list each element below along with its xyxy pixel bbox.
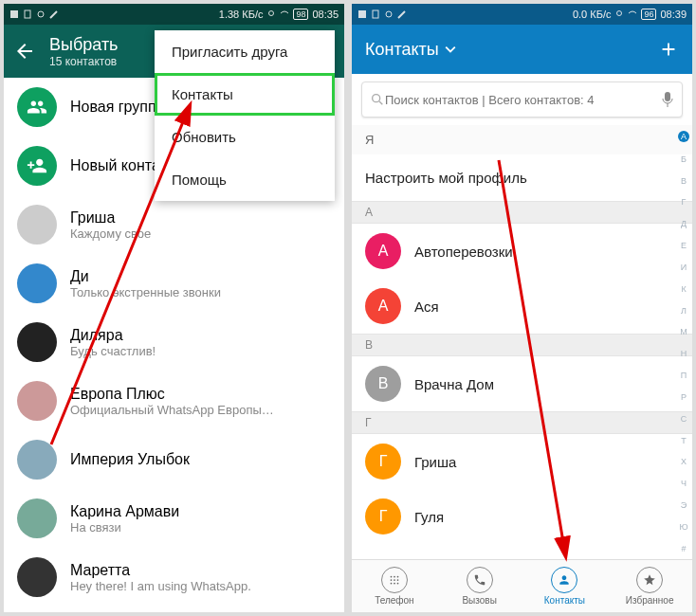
index-letter[interactable]: Е [677, 241, 690, 250]
index-letter[interactable]: Ч [677, 479, 690, 488]
whatsapp-screen: 1.38 КБ/с 98 08:35 Выбрать 15 контактов … [4, 4, 344, 612]
avatar: А [365, 233, 401, 269]
contact-row[interactable]: ДиляраБудь счастлив! [4, 313, 344, 371]
index-letter[interactable]: В [677, 176, 690, 186]
index-letter[interactable]: К [677, 284, 690, 294]
icon-status [36, 9, 46, 19]
header-subtitle: 15 контактов [49, 55, 119, 68]
nav-person[interactable]: Контакты [522, 560, 608, 612]
index-letter[interactable]: М [677, 327, 690, 336]
avatar [17, 498, 57, 538]
index-letter[interactable]: Ю [677, 522, 690, 532]
header-title: Выбрать [49, 35, 119, 55]
section-letter: А [352, 201, 692, 224]
overflow-menu: Пригласить другаКонтактыОбновитьПомощь [155, 30, 335, 201]
avatar: В [365, 366, 401, 402]
svg-point-17 [397, 579, 399, 581]
dial-icon [381, 567, 408, 593]
nav-dial[interactable]: Телефон [352, 560, 437, 612]
contact-name: Ди [70, 268, 221, 285]
avatar: Г [365, 498, 401, 534]
contact-status: Каждому свое [70, 226, 151, 241]
svg-point-9 [373, 95, 380, 102]
nav-star[interactable]: Избранное [607, 560, 692, 612]
contact-row[interactable]: ГГриша [352, 434, 692, 489]
menu-item[interactable]: Помощь [155, 158, 335, 201]
index-letter[interactable]: Р [677, 392, 690, 402]
contacts-title-dropdown[interactable]: Контакты [365, 40, 456, 60]
svg-point-3 [269, 11, 274, 16]
contact-row[interactable]: МареттаHey there! I am using WhatsApp. [4, 548, 344, 607]
nav-label: Избранное [626, 595, 674, 606]
icon-status [23, 9, 32, 19]
avatar [17, 263, 57, 303]
contact-status: Hey there! I am using WhatsApp. [70, 579, 251, 593]
index-letter[interactable]: Д [677, 219, 690, 228]
search-icon [370, 92, 385, 107]
alpha-index[interactable]: АБВГДЕИКЛМНПРСТХЧЭЮ# [677, 125, 690, 559]
mic-icon[interactable] [661, 91, 674, 108]
index-letter[interactable]: Л [677, 306, 690, 316]
svg-point-2 [38, 11, 44, 17]
svg-point-18 [391, 583, 393, 585]
icon-status [371, 9, 380, 19]
contact-row[interactable]: Карина АрмавиНа связи [4, 489, 344, 548]
svg-point-19 [394, 583, 395, 585]
contact-row[interactable]: ДиТолько экстренные звонки [4, 254, 344, 313]
section-letter: Г [352, 411, 692, 434]
contact-name: Диляра [70, 327, 156, 344]
index-letter[interactable]: А [678, 131, 689, 142]
menu-item[interactable]: Контакты [155, 73, 335, 116]
nav-label: Контакты [544, 595, 585, 606]
contact-row[interactable]: ГришаКаждому свое [4, 195, 344, 254]
clock: 08:39 [660, 9, 687, 20]
menu-item[interactable]: Обновить [155, 116, 335, 158]
search-input[interactable] [385, 93, 661, 107]
search-bar[interactable] [361, 82, 683, 118]
nav-call[interactable]: Вызовы [437, 560, 522, 612]
chevron-down-icon [445, 44, 456, 55]
menu-item[interactable]: Пригласить друга [155, 30, 335, 73]
section-self: Я [352, 125, 692, 154]
brush-icon [397, 9, 407, 19]
svg-point-12 [391, 576, 393, 578]
nav-label: Вызовы [462, 595, 496, 606]
contact-row[interactable]: ААся [352, 279, 692, 334]
svg-point-15 [391, 579, 393, 581]
contact-row[interactable]: ВВрачна Дом [352, 356, 692, 411]
contact-name: Гриша [70, 209, 151, 226]
avatar [17, 440, 57, 480]
index-letter[interactable]: Н [677, 349, 690, 358]
contact-row[interactable]: Европа ПлюсОфициальный WhatsApp Европы… [4, 371, 344, 430]
contact-row[interactable]: ААвтоперевозки [352, 224, 692, 279]
index-letter[interactable]: П [677, 371, 690, 380]
index-letter[interactable]: Т [677, 436, 690, 445]
contact-name: Империя Улыбок [70, 451, 190, 468]
index-letter[interactable]: Г [677, 197, 690, 207]
setup-profile[interactable]: Настроить мой профиль [352, 154, 692, 201]
wifi-icon [280, 9, 289, 19]
star-icon [636, 567, 663, 593]
index-letter[interactable]: Х [677, 457, 690, 466]
contact-row[interactable]: ГГуля [352, 489, 692, 544]
svg-line-10 [379, 101, 382, 104]
index-letter[interactable]: С [677, 414, 690, 424]
wifi-icon [628, 9, 637, 19]
svg-rect-6 [373, 10, 378, 18]
icon-status [384, 9, 394, 19]
contact-status: Будь счастлив! [70, 344, 156, 358]
group-icon [17, 87, 57, 127]
back-icon[interactable] [13, 40, 36, 63]
contact-name: Врачна Дом [414, 376, 494, 392]
avatar [17, 322, 57, 362]
contact-name: Ася [414, 299, 439, 315]
index-letter[interactable]: # [677, 544, 690, 553]
index-letter[interactable]: Б [677, 154, 690, 164]
svg-rect-0 [10, 10, 18, 18]
contact-name: Карина Армави [70, 503, 179, 520]
index-letter[interactable]: Э [677, 500, 690, 510]
index-letter[interactable]: И [677, 263, 690, 272]
contact-row[interactable]: Империя Улыбок [4, 430, 344, 489]
location-icon [266, 9, 276, 19]
add-contact-icon[interactable] [658, 39, 679, 60]
